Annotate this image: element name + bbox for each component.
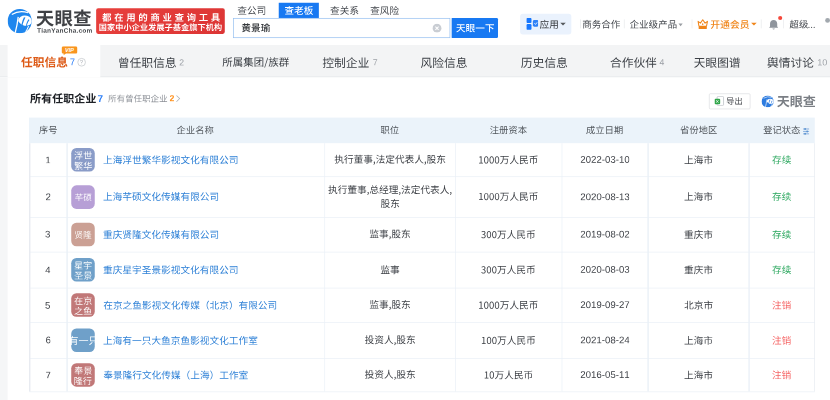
svg-text:VIP: VIP [65,47,74,53]
